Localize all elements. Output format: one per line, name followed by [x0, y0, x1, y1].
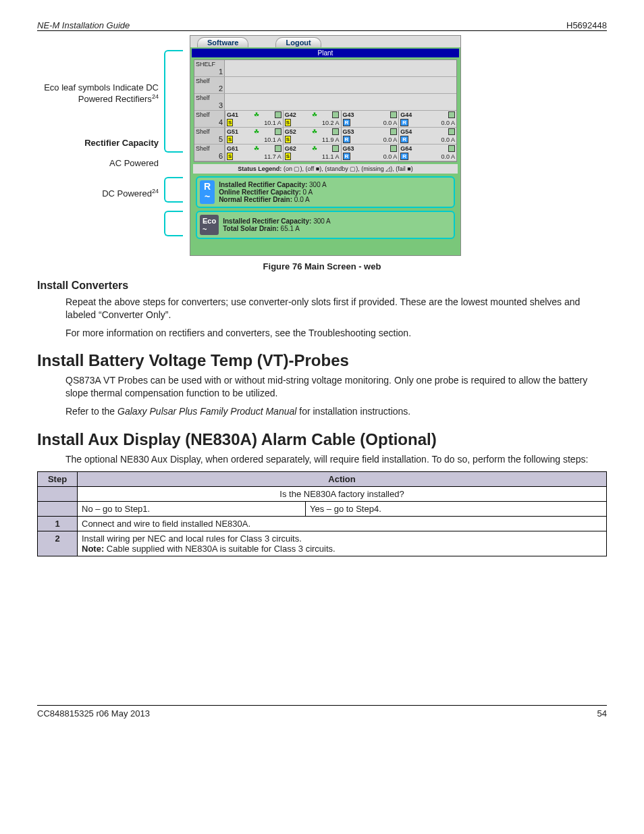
shelf-row: SHELF1: [194, 60, 456, 77]
shelf-label: Shelf5: [194, 128, 225, 144]
r-badge: R: [400, 136, 408, 143]
shelf-row: Shelf6 G61☘ S11.7 A G62☘ S11.1 A G63 R0.…: [194, 145, 456, 161]
step-cell: -: [38, 502, 78, 517]
status-square-icon: [332, 145, 339, 152]
rectifier-module[interactable]: G42☘ S10.2 A: [283, 111, 341, 127]
plant-bar[interactable]: Plant: [192, 49, 459, 57]
leaf-icon: ☘: [254, 128, 259, 135]
r-badge: R: [400, 119, 408, 126]
shelf-label: Shelf3: [194, 94, 225, 110]
steps-table: Step Action - Is the NE830A factory inst…: [37, 471, 607, 556]
tab-software[interactable]: Software: [197, 37, 248, 47]
rectifier-module[interactable]: G62☘ S11.1 A: [283, 145, 341, 161]
body-text: Refer to the Galaxy Pulsar Plus Family P…: [65, 405, 607, 418]
status-square-icon: [275, 128, 281, 135]
shelf-row: Shelf5 G51☘ S10.1 A G52☘ S11.9 A G53 R0.…: [194, 128, 456, 145]
dc-capacity-box: Eco~ Installed Rectifier Capacity: 300 A…: [196, 211, 455, 239]
status-square-icon: [448, 111, 455, 118]
rectifier-module[interactable]: G61☘ S11.7 A: [225, 145, 283, 161]
footer-right: 54: [597, 708, 607, 719]
figure-caption: Figure 76 Main Screen - web: [37, 261, 607, 271]
s-badge: S: [285, 153, 291, 160]
shelf-row: Shelf2: [194, 77, 456, 94]
callout-capacity-head: Rectifier Capacity: [37, 138, 159, 149]
status-square-icon: [448, 145, 455, 152]
leaf-icon: ☘: [312, 111, 317, 118]
status-square-icon: [390, 128, 397, 135]
shelf-label: Shelf6: [194, 145, 225, 161]
rectifier-module[interactable]: G63 R0.0 A: [341, 145, 399, 161]
shelf-label: SHELF1: [194, 60, 225, 76]
status-square-icon: [332, 111, 339, 118]
status-square-icon: [275, 111, 281, 118]
callout-column: Eco leaf symbols Indicate DC Powered Rec…: [37, 35, 159, 256]
body-text: For more information on rectifiers and c…: [65, 327, 607, 340]
rectifier-module[interactable]: G52☘ S11.9 A: [283, 128, 341, 144]
step-cell: -: [38, 487, 78, 502]
action-cell: Is the NE830A factory installed?: [78, 487, 607, 502]
rectifier-eco-icon: Eco~: [200, 215, 219, 235]
rectifier-module[interactable]: G64 R0.0 A: [398, 145, 456, 161]
th-action: Action: [78, 472, 607, 487]
heading-vt-probes: Install Battery Voltage Temp (VT)-Probes: [37, 351, 607, 370]
tab-logout[interactable]: Logout: [275, 37, 321, 47]
shelf-label: Shelf2: [194, 77, 225, 93]
status-legend: Status Legend: (on ▢), (off ■), (standby…: [193, 164, 458, 174]
shelf-row: Shelf4 G41☘ S10.1 A G42☘ S10.2 A G43 R0.…: [194, 111, 456, 128]
s-badge: S: [227, 136, 233, 143]
status-square-icon: [390, 145, 397, 152]
brace-column: [164, 35, 184, 256]
panel-tabs: Software Logout: [190, 36, 460, 47]
leaf-icon: ☘: [254, 145, 259, 152]
web-panel: Software Logout Plant SHELF1Shelf2Shelf3…: [190, 35, 461, 256]
rectifier-module[interactable]: G41☘ S10.1 A: [225, 111, 283, 127]
action-cell: Yes – go to Step4.: [306, 502, 607, 517]
step-cell: 1: [38, 517, 78, 531]
body-text: The optional NE830 Aux Display, when ord…: [65, 453, 607, 466]
callout-dc: DC Powered24: [37, 188, 159, 200]
rectifier-module[interactable]: G51☘ S10.1 A: [225, 128, 283, 144]
r-badge: R: [343, 119, 351, 126]
s-badge: S: [285, 136, 291, 143]
page-footer: CC848815325 r06 May 2013 54: [37, 705, 607, 719]
status-square-icon: [390, 111, 397, 118]
rectifier-module[interactable]: G44 R0.0 A: [398, 111, 456, 127]
brace-icon: [164, 177, 183, 203]
action-cell: Connect and wire to field installed NE83…: [78, 517, 607, 531]
s-badge: S: [227, 153, 233, 160]
footer-left: CC848815325 r06 May 2013: [37, 708, 150, 719]
body-text: QS873A VT Probes can be used with or wit…: [65, 374, 607, 400]
r-badge: R: [343, 153, 351, 160]
rectifier-module[interactable]: G54 R0.0 A: [398, 128, 456, 144]
body-text: Repeat the above steps for converters; u…: [65, 296, 607, 321]
page-header: NE-M Installation Guide H5692448: [37, 20, 607, 31]
status-square-icon: [332, 128, 339, 135]
th-step: Step: [38, 472, 78, 487]
heading-install-converters: Install Converters: [37, 280, 607, 292]
leaf-icon: ☘: [312, 145, 317, 152]
figure-block: Eco leaf symbols Indicate DC Powered Rec…: [37, 35, 607, 256]
shelf-label: Shelf4: [194, 111, 225, 127]
brace-icon: [164, 211, 183, 236]
action-cell: Install wiring per NEC and local rules f…: [78, 531, 607, 556]
action-cell: No – go to Step1.: [78, 502, 306, 517]
callout-ac: AC Powered: [37, 158, 159, 169]
status-square-icon: [448, 128, 455, 135]
r-badge: R: [400, 153, 408, 160]
leaf-icon: ☘: [312, 128, 317, 135]
ac-capacity-box: R~ Installed Rectifier Capacity: 300 A O…: [196, 176, 455, 208]
callout-eco: Eco leaf symbols Indicate DC Powered Rec…: [37, 82, 159, 105]
header-left: NE-M Installation Guide: [37, 20, 130, 30]
s-badge: S: [285, 119, 291, 126]
rectifier-ac-icon: R~: [200, 180, 215, 204]
s-badge: S: [227, 119, 233, 126]
r-badge: R: [343, 136, 351, 143]
rectifier-module[interactable]: G53 R0.0 A: [341, 128, 399, 144]
shelf-grid: SHELF1Shelf2Shelf3Shelf4 G41☘ S10.1 A G4…: [194, 59, 457, 162]
step-cell: 2: [38, 531, 78, 556]
header-right: H5692448: [566, 20, 607, 30]
rectifier-module[interactable]: G43 R0.0 A: [341, 111, 399, 127]
status-square-icon: [275, 145, 281, 152]
leaf-icon: ☘: [254, 111, 259, 118]
brace-icon: [164, 50, 183, 153]
